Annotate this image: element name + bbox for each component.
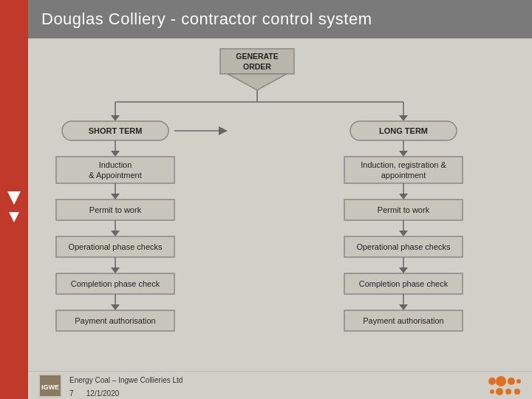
svg-point-52 bbox=[514, 389, 520, 395]
generate-order-label2: ORDER bbox=[243, 62, 271, 71]
left-payment-label: Payment authorisation bbox=[75, 316, 155, 325]
left-permit-label: Permit to work bbox=[89, 205, 142, 214]
right-permit-label: Permit to work bbox=[378, 205, 430, 214]
svg-point-47 bbox=[508, 378, 515, 385]
left-operational-label: Operational phase checks bbox=[68, 242, 163, 251]
svg-marker-32 bbox=[399, 231, 408, 236]
svg-marker-41 bbox=[219, 126, 228, 135]
page-title: Douglas Colliery - contractor control sy… bbox=[41, 10, 372, 29]
svg-marker-35 bbox=[399, 267, 408, 273]
left-red-bar bbox=[0, 0, 28, 399]
footer-info: Energy Coal – Ingwe Collieries Ltd 7 12/… bbox=[69, 372, 183, 399]
svg-point-46 bbox=[496, 376, 506, 386]
right-operational-label: Operational phase checks bbox=[356, 242, 451, 251]
svg-point-50 bbox=[496, 388, 503, 395]
right-induction-label: Induction, registration & bbox=[361, 160, 446, 169]
svg-marker-19 bbox=[111, 231, 120, 236]
right-completion-label: Completion phase check bbox=[359, 279, 449, 288]
left-induction-label: Induction bbox=[99, 160, 132, 169]
footer-date: 12/1/2020 bbox=[86, 389, 120, 398]
left-appointment-label: & Appointment bbox=[89, 171, 142, 180]
svg-marker-13 bbox=[399, 151, 408, 157]
bhp-billiton-logo bbox=[486, 374, 522, 398]
svg-text:IGWE: IGWE bbox=[41, 383, 59, 391]
diagram: GENERATE ORDER SHORT TERM LONG TERM bbox=[41, 47, 519, 361]
left-completion-label: Completion phase check bbox=[71, 279, 160, 288]
svg-point-48 bbox=[516, 379, 521, 383]
footer-company: Energy Coal – Ingwe Collieries Ltd bbox=[69, 376, 183, 384]
svg-marker-16 bbox=[111, 194, 120, 200]
footer-page: 7 bbox=[69, 389, 74, 398]
svg-marker-29 bbox=[399, 194, 408, 200]
footer-logo: IGWE bbox=[38, 374, 62, 398]
long-term-label: LONG TERM bbox=[379, 126, 428, 135]
svg-marker-5 bbox=[111, 115, 120, 121]
main-content: GENERATE ORDER SHORT TERM LONG TERM bbox=[28, 38, 532, 378]
svg-marker-38 bbox=[399, 304, 408, 310]
svg-marker-7 bbox=[399, 115, 408, 121]
svg-marker-25 bbox=[111, 304, 120, 310]
svg-marker-11 bbox=[111, 151, 120, 157]
page-footer: IGWE Energy Coal – Ingwe Collieries Ltd … bbox=[28, 371, 532, 399]
svg-point-51 bbox=[505, 389, 511, 395]
flow-diagram: GENERATE ORDER SHORT TERM LONG TERM bbox=[41, 47, 517, 358]
page-header: Douglas Colliery - contractor control sy… bbox=[28, 0, 532, 38]
svg-marker-1 bbox=[228, 74, 287, 90]
generate-order-label: GENERATE bbox=[236, 52, 279, 61]
right-appointment-label: appointment bbox=[381, 171, 426, 180]
svg-point-49 bbox=[490, 389, 494, 394]
svg-point-45 bbox=[488, 378, 496, 385]
svg-marker-22 bbox=[111, 267, 120, 273]
right-payment-label: Payment authorisation bbox=[363, 316, 443, 325]
short-term-label: SHORT TERM bbox=[89, 126, 143, 135]
